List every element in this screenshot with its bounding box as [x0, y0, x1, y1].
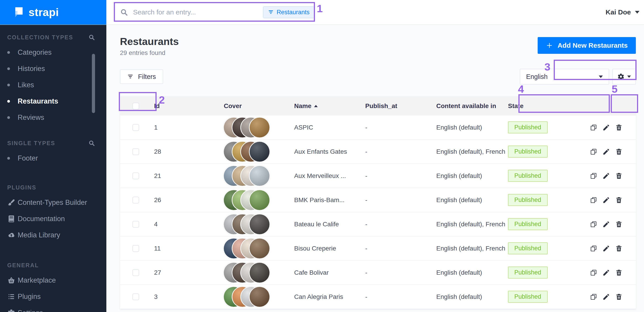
cell-publish-at: - [365, 269, 436, 276]
delete-icon[interactable] [615, 293, 623, 301]
sidebar-item-settings[interactable]: Settings [0, 305, 106, 312]
delete-icon[interactable] [615, 148, 623, 156]
sidebar-item-marketplace[interactable]: Marketplace [0, 272, 106, 289]
delete-icon[interactable] [615, 269, 623, 277]
edit-icon[interactable] [602, 196, 610, 204]
table-row-bisou-creperie[interactable]: 11Bisou Creperie-English (default), Fren… [120, 237, 636, 261]
sidebar-item-likes[interactable]: Likes [0, 77, 106, 93]
status-badge: Published [508, 121, 548, 133]
user-name: Kai Doe [606, 8, 631, 16]
delete-icon[interactable] [615, 245, 623, 252]
status-badge: Published [508, 170, 548, 182]
delete-icon[interactable] [615, 196, 623, 204]
cell-name: Aux Enfants Gates [294, 148, 365, 155]
row-checkbox[interactable] [132, 245, 139, 252]
search-icon[interactable] [88, 34, 95, 41]
sidebar-item-label: Documentation [18, 215, 65, 223]
filters-button[interactable]: Filters [120, 69, 163, 84]
row-checkbox[interactable] [132, 124, 139, 131]
sidebar-item-label: Categories [18, 48, 52, 56]
cover-image [250, 118, 270, 137]
table-row-can-alegria-paris[interactable]: 3Can Alegria Paris-English (default)Publ… [120, 285, 636, 309]
sidebar-item-categories[interactable]: Categories [0, 44, 106, 61]
duplicate-icon[interactable] [590, 220, 598, 228]
sidebar-item-histories[interactable]: Histories [0, 61, 106, 77]
row-checkbox[interactable] [132, 148, 139, 155]
list-icon [7, 293, 16, 301]
row-checkbox[interactable] [132, 197, 139, 204]
search-input[interactable] [133, 8, 258, 16]
edit-icon[interactable] [602, 293, 610, 301]
cell-publish-at: - [365, 148, 436, 155]
duplicate-icon[interactable] [590, 293, 598, 301]
cell-publish-at: - [365, 293, 436, 301]
column-header-cover[interactable]: Cover [224, 102, 294, 110]
strapi-logo-text: strapi [28, 6, 59, 18]
sidebar-item-media-library[interactable]: Media Library [0, 227, 106, 243]
duplicate-icon[interactable] [590, 269, 598, 277]
cover-image [250, 287, 270, 307]
status-badge: Published [508, 194, 548, 206]
duplicate-icon[interactable] [590, 172, 598, 180]
sidebar-item-label: Histories [18, 65, 45, 73]
delete-icon[interactable] [615, 124, 623, 131]
search-icon[interactable] [88, 140, 95, 146]
cell-locales: English (default) [436, 293, 508, 301]
cover-thumbnails [224, 118, 270, 137]
add-new-restaurants-button[interactable]: Add New Restaurants [538, 37, 636, 54]
select-all-checkbox[interactable] [132, 103, 139, 109]
edit-icon[interactable] [602, 172, 610, 180]
table-row-aux-enfants-gates[interactable]: 28Aux Enfants Gates-English (default), F… [120, 140, 636, 164]
sidebar-item-footer[interactable]: Footer [0, 150, 106, 166]
cover-image [250, 190, 270, 210]
sidebar-item-documentation[interactable]: Documentation [0, 211, 106, 227]
gear-icon [617, 73, 624, 80]
duplicate-icon[interactable] [590, 124, 598, 131]
row-checkbox[interactable] [132, 173, 139, 179]
table-row-bmk-paris-bam[interactable]: 26BMK Paris-Bam...-English (default)Publ… [120, 188, 636, 212]
row-checkbox[interactable] [132, 269, 139, 276]
column-header-locales[interactable]: Content available in [436, 102, 508, 110]
column-header-id[interactable]: Id [154, 102, 224, 110]
strapi-logo[interactable]: strapi [0, 0, 106, 25]
edit-icon[interactable] [602, 220, 610, 228]
search-filter-chip[interactable]: Restaurants [263, 6, 314, 18]
table-row-cafe-bolivar[interactable]: 27Cafe Bolivar-English (default)Publishe… [120, 261, 636, 285]
settings-dropdown-button[interactable] [612, 69, 636, 84]
duplicate-icon[interactable] [590, 148, 598, 156]
edit-icon[interactable] [602, 148, 610, 156]
cover-thumbnails [224, 214, 270, 234]
row-checkbox[interactable] [132, 221, 139, 228]
locale-select[interactable]: English [520, 69, 609, 84]
brush-icon [7, 199, 16, 207]
column-header-name[interactable]: Name [294, 102, 365, 110]
table-row-bateau-le-calife[interactable]: 4Bateau le Calife-English (default), Fre… [120, 212, 636, 237]
duplicate-icon[interactable] [590, 245, 598, 252]
cell-id: 3 [154, 293, 224, 301]
edit-icon[interactable] [602, 269, 610, 277]
sidebar-scrollbar[interactable] [92, 54, 95, 113]
edit-icon[interactable] [602, 245, 610, 252]
table-row-aux-merveilleux[interactable]: 21Aux Merveilleux ...-English (default)P… [120, 164, 636, 188]
delete-icon[interactable] [615, 220, 623, 228]
user-menu[interactable]: Kai Doe [606, 8, 644, 16]
edit-icon[interactable] [602, 124, 610, 131]
table-row-aspic[interactable]: 1ASPIC-English (default)Published [120, 115, 636, 140]
cover-thumbnails [224, 263, 270, 283]
sidebar-item-plugins[interactable]: Plugins [0, 289, 106, 305]
delete-icon[interactable] [615, 172, 623, 180]
sidebar-item-reviews[interactable]: Reviews [0, 109, 106, 126]
sidebar-item-restaurants[interactable]: Restaurants [0, 93, 106, 109]
chevron-down-icon [635, 11, 640, 13]
sidebar-item-label: Marketplace [18, 276, 56, 285]
row-checkbox[interactable] [132, 294, 139, 300]
cell-publish-at: - [365, 124, 436, 131]
sidebar-item-content-types-builder[interactable]: Content-Types Builder [0, 194, 106, 211]
cell-name: ASPIC [294, 124, 365, 131]
column-header-publish-at[interactable]: Publish_at [365, 102, 436, 110]
locale-select-value: English [526, 73, 548, 80]
cover-thumbnails [224, 239, 270, 258]
column-header-state[interactable]: State [508, 102, 560, 110]
duplicate-icon[interactable] [590, 196, 598, 204]
cell-locales: English (default), French [436, 221, 508, 228]
